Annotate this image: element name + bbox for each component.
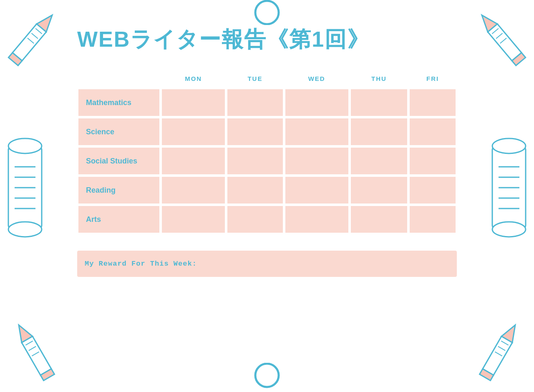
day-cell[interactable]: [408, 117, 457, 146]
day-cell[interactable]: [408, 88, 457, 117]
day-cell[interactable]: [350, 146, 408, 176]
col-tue: TUE: [226, 71, 284, 88]
day-cell[interactable]: [161, 205, 226, 234]
day-cell[interactable]: [226, 146, 284, 176]
col-thu: THU: [350, 71, 408, 88]
pencil-decoration-bottom-left: [0, 317, 67, 384]
col-subject: [77, 71, 161, 88]
subject-cell: Mathematics: [77, 88, 161, 117]
day-cell[interactable]: [284, 146, 350, 176]
day-cell[interactable]: [408, 176, 457, 205]
svg-marker-35: [501, 322, 521, 343]
svg-rect-31: [40, 369, 54, 380]
table-row: Reading: [77, 176, 457, 205]
circle-decoration-bottom: [250, 363, 284, 392]
col-mon: MON: [161, 71, 226, 88]
day-cell[interactable]: [408, 205, 457, 234]
day-cell[interactable]: [408, 146, 457, 176]
table-header-row: MON TUE WED THU FRI: [77, 71, 457, 88]
table-row: Social Studies: [77, 146, 457, 176]
day-cell[interactable]: [161, 176, 226, 205]
table-row: Science: [77, 117, 457, 146]
svg-marker-29: [13, 322, 33, 343]
day-cell[interactable]: [350, 88, 408, 117]
day-cell[interactable]: [284, 117, 350, 146]
svg-line-34: [32, 352, 39, 356]
svg-rect-36: [483, 337, 512, 375]
day-cell[interactable]: [226, 205, 284, 234]
day-cell[interactable]: [350, 205, 408, 234]
day-cell[interactable]: [161, 146, 226, 176]
svg-line-39: [498, 347, 505, 351]
reward-box: My Reward For This Week:: [77, 251, 457, 277]
svg-point-41: [255, 364, 279, 387]
pencil-decoration-bottom-right: [467, 317, 534, 384]
subject-cell: Science: [77, 117, 161, 146]
subject-cell: Arts: [77, 205, 161, 234]
day-cell[interactable]: [350, 176, 408, 205]
table-row: Arts: [77, 205, 457, 234]
day-cell[interactable]: [350, 117, 408, 146]
day-cell[interactable]: [226, 88, 284, 117]
day-cell[interactable]: [226, 117, 284, 146]
svg-rect-37: [480, 369, 494, 380]
day-cell[interactable]: [226, 176, 284, 205]
subject-cell: Reading: [77, 176, 161, 205]
svg-line-38: [501, 341, 508, 345]
svg-line-33: [29, 347, 36, 351]
schedule-table: MON TUE WED THU FRI MathematicsScienceSo…: [77, 71, 457, 234]
col-wed: WED: [284, 71, 350, 88]
subject-cell: Social Studies: [77, 146, 161, 176]
page-title: WEBライター報告《第1回》: [77, 25, 457, 54]
day-cell[interactable]: [161, 117, 226, 146]
day-cell[interactable]: [161, 88, 226, 117]
day-cell[interactable]: [284, 88, 350, 117]
day-cell[interactable]: [284, 205, 350, 234]
svg-line-32: [25, 341, 33, 345]
svg-line-40: [495, 352, 502, 356]
svg-rect-30: [22, 337, 51, 375]
col-fri: FRI: [408, 71, 457, 88]
day-cell[interactable]: [284, 176, 350, 205]
table-row: Mathematics: [77, 88, 457, 117]
